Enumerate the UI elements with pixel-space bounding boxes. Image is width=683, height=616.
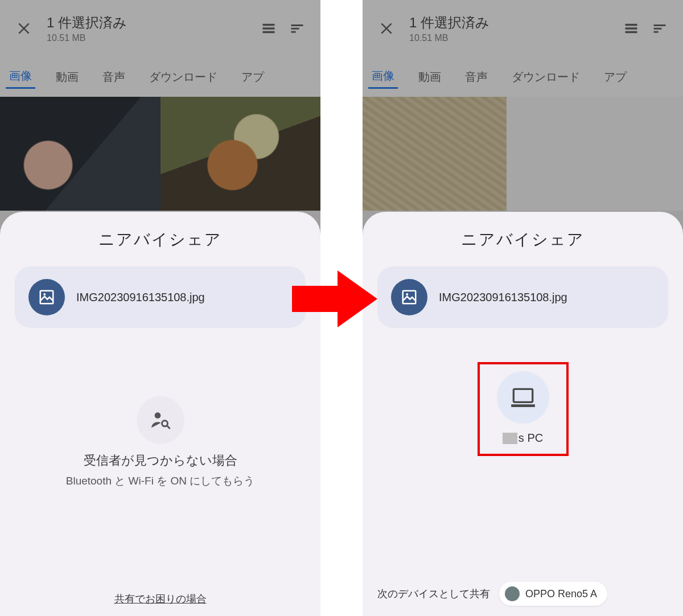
file-card[interactable]: IMG20230916135108.jpg [377, 266, 668, 328]
sort-icon[interactable] [285, 17, 309, 40]
sheet-title: ニアバイシェア [15, 229, 306, 250]
appbar: 1 件選択済み 10.51 MB [0, 0, 320, 57]
tab-videos[interactable]: 動画 [52, 66, 82, 88]
thumbnail[interactable] [363, 97, 507, 211]
thumbnail[interactable] [161, 97, 321, 211]
svg-point-7 [43, 293, 46, 295]
tab-audio[interactable]: 音声 [462, 66, 491, 88]
thumbnail[interactable] [0, 97, 161, 211]
svg-rect-15 [654, 31, 659, 33]
svg-rect-18 [513, 389, 532, 402]
category-tabs: 画像 動画 音声 ダウンロード アプ [363, 57, 683, 97]
svg-rect-6 [40, 291, 54, 304]
selection-size: 10.51 MB [409, 33, 615, 43]
tab-audio[interactable]: 音声 [99, 66, 129, 88]
image-gallery [0, 97, 320, 211]
svg-point-8 [154, 412, 161, 418]
searching-block: 受信者が見つからない場合 Bluetooth と Wi-Fi を ON にしても… [15, 396, 306, 488]
share-as-row: 次のデバイスとして共有 OPPO Reno5 A [377, 582, 668, 606]
tab-videos[interactable]: 動画 [415, 66, 445, 88]
nearby-share-sheet: ニアバイシェア IMG20230916135108.jpg s PC 次のデバイ… [363, 212, 683, 616]
tab-apps[interactable]: アプ [600, 66, 630, 88]
sort-icon[interactable] [648, 17, 672, 40]
svg-rect-3 [291, 24, 303, 26]
available-device-highlight: s PC [478, 362, 569, 456]
laptop-icon[interactable] [497, 371, 549, 424]
svg-rect-10 [626, 24, 637, 26]
share-as-device-name: OPPO Reno5 A [525, 588, 597, 600]
help-link[interactable]: 共有でお困りの場合 [15, 592, 306, 606]
searching-hint: Bluetooth と Wi-Fi を ON にしてもらう [15, 474, 306, 488]
phone-screenshot-after: 1 件選択済み 10.51 MB 画像 動画 音声 ダウンロード アプ ニアバイ… [363, 0, 683, 616]
file-name: IMG20230916135108.jpg [439, 291, 567, 304]
tab-images[interactable]: 画像 [368, 65, 398, 89]
person-search-icon [137, 396, 184, 444]
transition-arrow-icon [292, 268, 377, 332]
device-avatar-icon [505, 586, 520, 601]
tab-apps[interactable]: アプ [238, 66, 268, 88]
svg-rect-5 [291, 31, 296, 33]
file-name: IMG20230916135108.jpg [76, 291, 205, 304]
nearby-share-sheet: ニアバイシェア IMG20230916135108.jpg 受信者が見つからない… [0, 212, 320, 616]
file-card[interactable]: IMG20230916135108.jpg [15, 266, 306, 328]
tab-downloads[interactable]: ダウンロード [508, 66, 583, 88]
list-view-icon[interactable] [257, 17, 281, 40]
selection-title: 1 件選択済み [409, 14, 615, 32]
sheet-title: ニアバイシェア [377, 229, 668, 250]
share-as-label: 次のデバイスとして共有 [377, 587, 490, 601]
svg-rect-13 [654, 24, 666, 26]
svg-rect-2 [263, 31, 275, 34]
list-view-icon[interactable] [619, 17, 643, 40]
phone-screenshot-before: 1 件選択済み 10.51 MB 画像 動画 音声 ダウンロード アプ ニアバイ… [0, 0, 320, 616]
category-tabs: 画像 動画 音声 ダウンロード アプ [0, 57, 320, 97]
image-file-icon [391, 279, 427, 315]
appbar: 1 件選択済み 10.51 MB [363, 0, 683, 57]
gallery-empty [507, 97, 683, 211]
selection-size: 10.51 MB [47, 33, 252, 43]
close-icon[interactable] [11, 16, 36, 41]
redacted-name [503, 433, 517, 444]
svg-point-9 [162, 421, 167, 426]
share-as-device-pill[interactable]: OPPO Reno5 A [499, 582, 607, 606]
tab-images[interactable]: 画像 [6, 65, 35, 89]
svg-rect-12 [626, 31, 637, 34]
close-icon[interactable] [374, 16, 399, 41]
selection-title: 1 件選択済み [47, 14, 252, 32]
svg-rect-14 [654, 28, 662, 30]
svg-marker-19 [292, 270, 377, 327]
svg-rect-0 [263, 24, 275, 26]
tab-downloads[interactable]: ダウンロード [146, 66, 221, 88]
device-name[interactable]: s PC [484, 432, 562, 445]
svg-rect-4 [291, 28, 299, 30]
image-gallery [363, 97, 683, 211]
svg-rect-11 [626, 27, 637, 30]
searching-title: 受信者が見つからない場合 [15, 452, 306, 469]
image-file-icon [28, 279, 65, 315]
svg-rect-1 [263, 27, 275, 30]
svg-point-17 [406, 293, 408, 295]
svg-rect-16 [403, 291, 416, 304]
